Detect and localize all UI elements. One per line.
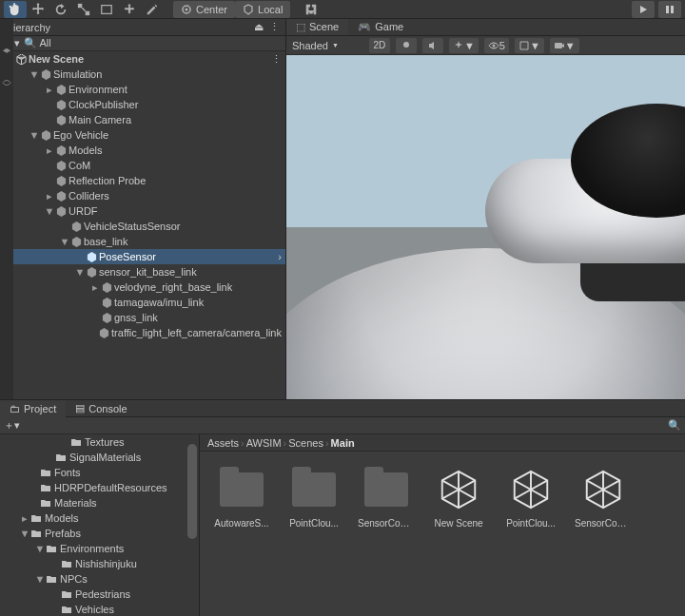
hierarchy-item[interactable]: Main Camera bbox=[0, 112, 285, 127]
foldout-icon[interactable]: ▼ bbox=[34, 543, 46, 554]
move-tool-button[interactable] bbox=[27, 1, 49, 18]
hierarchy-item[interactable]: ▼Ego Vehicle bbox=[0, 127, 285, 143]
hierarchy-menu-icon[interactable]: ⋮ bbox=[269, 21, 280, 33]
lock-icon[interactable]: ⏏ bbox=[254, 21, 264, 33]
lighting-toggle[interactable] bbox=[396, 38, 417, 53]
snap-button[interactable] bbox=[300, 1, 323, 18]
project-tree-item[interactable]: HDRPDefaultResources bbox=[0, 480, 199, 495]
hierarchy-tree[interactable]: ▼ New Scene ⋮ ▼Simulation ▸Environment C… bbox=[0, 51, 285, 399]
project-tree-item[interactable]: ▸Models bbox=[0, 510, 199, 526]
tab-game[interactable]: 🎮Game bbox=[348, 19, 413, 35]
foldout-icon[interactable]: ▼ bbox=[59, 236, 70, 247]
foldout-icon[interactable]: ▼ bbox=[29, 129, 40, 141]
grid-toggle[interactable]: ▼ bbox=[515, 38, 544, 53]
foldout-icon[interactable]: ▸ bbox=[44, 190, 55, 202]
pause-button[interactable] bbox=[658, 1, 681, 18]
tab-console[interactable]: ▤Console bbox=[66, 400, 136, 417]
hierarchy-item[interactable]: ▼sensor_kit_base_link bbox=[0, 264, 285, 279]
hierarchy-item[interactable]: gnss_link bbox=[0, 310, 285, 325]
hierarchy-item-selected[interactable]: PoseSensor› bbox=[0, 249, 285, 264]
hierarchy-item[interactable]: Reflection Probe bbox=[0, 173, 285, 188]
project-tree-item[interactable]: SignalMaterials bbox=[0, 450, 199, 465]
fx-toggle[interactable]: ▼ bbox=[449, 38, 479, 53]
custom-tool-button[interactable] bbox=[141, 1, 164, 18]
hidden-toggle[interactable]: 5 bbox=[484, 38, 509, 53]
scrollbar-thumb[interactable] bbox=[187, 444, 197, 539]
foldout-icon[interactable]: ▸ bbox=[44, 84, 55, 96]
folder-icon bbox=[217, 465, 266, 514]
asset-thumb[interactable]: AutowareS... bbox=[213, 465, 270, 529]
chevron-right-icon[interactable]: › bbox=[278, 251, 282, 262]
rect-tool-button[interactable] bbox=[95, 1, 118, 18]
hierarchy-item[interactable]: traffic_light_left_camera/camera_link bbox=[0, 325, 285, 340]
breadcrumb-item[interactable]: Main bbox=[331, 437, 355, 449]
hierarchy-item[interactable]: ▼Simulation bbox=[0, 67, 285, 82]
asset-thumb[interactable]: New Scene bbox=[430, 465, 487, 529]
project-tree-item[interactable]: Textures bbox=[0, 434, 199, 450]
project-tree-item[interactable]: ▼NPCs bbox=[0, 571, 199, 587]
audio-toggle[interactable] bbox=[422, 38, 443, 53]
camera-toggle[interactable]: ▼ bbox=[550, 38, 579, 53]
rotate-tool-button[interactable] bbox=[49, 1, 72, 18]
project-tree-item[interactable]: Pedestrians bbox=[0, 587, 199, 602]
hierarchy-header[interactable]: Hierarchy ⏏ ⋮ bbox=[0, 19, 285, 36]
tab-project[interactable]: 🗀Project bbox=[0, 400, 66, 417]
asset-thumb[interactable]: SensorConf... bbox=[358, 465, 415, 529]
scene-row[interactable]: ▼ New Scene ⋮ bbox=[0, 51, 285, 67]
hierarchy-item[interactable]: CoM bbox=[0, 158, 285, 173]
breadcrumb-item[interactable]: Assets bbox=[207, 437, 239, 449]
asset-grid[interactable]: AutowareS...PointClou...SensorConf...New… bbox=[200, 452, 685, 616]
scale-tool-button[interactable] bbox=[72, 1, 95, 18]
hierarchy-item[interactable]: ▸Environment bbox=[0, 82, 285, 97]
foldout-icon[interactable]: ▼ bbox=[29, 68, 40, 80]
project-search[interactable]: 🔍 bbox=[668, 419, 681, 432]
hierarchy-item[interactable]: VehicleStatusSensor bbox=[0, 219, 285, 234]
foldout-icon[interactable]: ▸ bbox=[44, 144, 55, 157]
eye-icon[interactable] bbox=[2, 78, 11, 89]
project-tree-item[interactable]: Materials bbox=[0, 495, 199, 510]
folder-icon bbox=[30, 512, 42, 524]
play-button[interactable] bbox=[632, 1, 655, 18]
foldout-icon[interactable]: ▼ bbox=[44, 205, 55, 217]
asset-thumb[interactable]: SensorConf... bbox=[575, 465, 632, 529]
rotation-local-button[interactable]: Local bbox=[235, 1, 290, 18]
hierarchy-item[interactable]: ▼base_link bbox=[0, 234, 285, 249]
scene-view-tabs: ⬚Scene 🎮Game bbox=[286, 19, 685, 36]
breadcrumb-item[interactable]: AWSIM bbox=[246, 437, 282, 449]
svg-rect-7 bbox=[671, 6, 674, 13]
breadcrumb-item[interactable]: Scenes bbox=[288, 437, 323, 449]
tab-scene[interactable]: ⬚Scene bbox=[286, 19, 348, 35]
foldout-icon[interactable]: ▼ bbox=[19, 528, 30, 539]
hierarchy-search[interactable]: 🔍 All bbox=[24, 37, 51, 49]
folder-icon bbox=[362, 465, 411, 514]
project-tree[interactable]: Textures SignalMaterials Fonts HDRPDefau… bbox=[0, 434, 200, 616]
scene-context-icon[interactable]: ⋮ bbox=[271, 53, 282, 66]
transform-tool-button[interactable] bbox=[118, 1, 141, 18]
2d-toggle[interactable]: 2D bbox=[369, 38, 390, 53]
hand-tool-button[interactable] bbox=[4, 1, 27, 18]
create-button[interactable]: ＋▾ bbox=[4, 418, 20, 433]
hierarchy-item[interactable]: ▸Models bbox=[0, 143, 285, 158]
project-tree-item[interactable]: Nishishinjuku bbox=[0, 556, 199, 571]
asset-thumb[interactable]: PointClou... bbox=[502, 465, 559, 529]
scene-viewport[interactable] bbox=[286, 55, 685, 399]
foldout-icon[interactable]: ▸ bbox=[89, 281, 101, 294]
project-tree-item[interactable]: Vehicles bbox=[0, 602, 199, 616]
layers-icon[interactable] bbox=[2, 48, 11, 59]
project-tree-item[interactable]: Fonts bbox=[0, 465, 199, 480]
hierarchy-item[interactable]: ▸Colliders bbox=[0, 188, 285, 203]
foldout-icon[interactable]: ▼ bbox=[34, 573, 46, 585]
folder-icon bbox=[55, 452, 67, 463]
svg-point-8 bbox=[403, 42, 409, 48]
hierarchy-item[interactable]: tamagawa/imu_link bbox=[0, 295, 285, 310]
hierarchy-item[interactable]: ▸velodyne_right_base_link bbox=[0, 279, 285, 295]
project-tree-item[interactable]: ▼Prefabs bbox=[0, 526, 199, 541]
hierarchy-item[interactable]: ▼URDF bbox=[0, 203, 285, 219]
shading-mode-dropdown[interactable]: Shaded▼ bbox=[292, 40, 339, 51]
project-tree-item[interactable]: ▼Environments bbox=[0, 541, 199, 556]
foldout-icon[interactable]: ▸ bbox=[19, 512, 30, 525]
foldout-icon[interactable]: ▼ bbox=[74, 266, 86, 278]
hierarchy-item[interactable]: ClockPublisher bbox=[0, 97, 285, 112]
pivot-center-button[interactable]: Center bbox=[173, 1, 235, 18]
asset-thumb[interactable]: PointClou... bbox=[285, 465, 342, 529]
